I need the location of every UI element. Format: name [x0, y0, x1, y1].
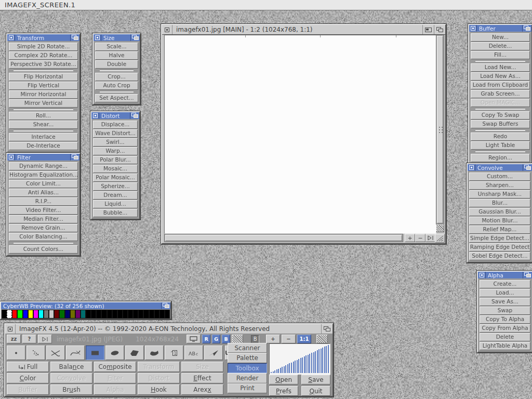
depth-icon[interactable] [70, 34, 79, 41]
panel-button-ramping-edge-detect[interactable]: Ramping Edge Detect [469, 243, 530, 251]
color-swatch-20[interactable] [107, 310, 112, 318]
panel-button-flip-horizontal[interactable]: Flip Horizontal [9, 73, 78, 81]
color-swatch-31[interactable] [165, 310, 170, 318]
tool-curve-button[interactable] [66, 345, 85, 360]
panel-button-auto-crop[interactable]: Auto Crop [95, 82, 138, 90]
panel-button-load[interactable]: Load... [480, 289, 530, 297]
panel-button-blur[interactable]: Blur... [469, 199, 530, 207]
panel-button-region[interactable]: Region... [471, 154, 530, 162]
zoom-gadget-icon[interactable] [422, 25, 434, 34]
page-button-print[interactable]: Print [228, 383, 267, 393]
panel-button-load-new-as[interactable]: Load New As... [471, 72, 530, 81]
depth-icon[interactable] [130, 112, 139, 119]
tool-airbrush-button[interactable] [26, 345, 45, 360]
panel-button-delete[interactable]: Delete [480, 333, 530, 341]
panel-button-load-new[interactable]: Load New... [471, 63, 530, 72]
vertical-scrollbar[interactable] [436, 35, 444, 224]
close-icon[interactable] [5, 324, 16, 334]
grid-button-color[interactable]: Color [7, 373, 49, 383]
tool-line-button[interactable] [46, 345, 65, 360]
tool-move-button[interactable] [204, 345, 223, 360]
alpha-channel-button[interactable] [232, 335, 243, 343]
panel-button-histogram-equalization[interactable]: Histogram Equalization... [9, 171, 78, 179]
panel-button-color-limit[interactable]: Color Limit... [9, 180, 78, 188]
color-swatch-19[interactable] [101, 310, 107, 318]
color-swatch-8[interactable] [44, 310, 49, 318]
panel-button-interlace[interactable]: Interlace [9, 133, 78, 141]
grid-button-filter[interactable]: Filter [94, 373, 136, 383]
panel-button-copy-from-alpha[interactable]: Copy From Alpha [480, 324, 530, 332]
image-window-titlebar[interactable]: imagefx01.jpg [MAIN] - 1:2 (1024x768, 1:… [162, 25, 445, 35]
screen-mode-button[interactable] [187, 335, 201, 343]
zoom-reset-button[interactable]: 1:1 [297, 335, 311, 343]
color-swatch-25[interactable] [133, 310, 138, 318]
close-icon[interactable] [162, 25, 172, 34]
depth-icon[interactable] [434, 25, 445, 34]
panel-button-sharpen[interactable]: Sharpen... [469, 181, 530, 190]
tool-box-button[interactable] [86, 345, 104, 360]
grid-button-arexx[interactable]: Arexx [181, 384, 223, 395]
color-swatch-16[interactable] [86, 310, 91, 318]
color-swatch-23[interactable] [123, 310, 128, 318]
color-swatch-30[interactable] [159, 310, 165, 318]
help-button[interactable]: ? [22, 335, 36, 343]
panel-button-fill[interactable]: Fill... [471, 51, 530, 59]
panel-button-swap[interactable]: Swap [480, 307, 530, 315]
panel-button-load-from-clipboard[interactable]: Load from Clipboard [471, 81, 530, 89]
panel-button-gaussian-blur[interactable]: Gaussian Blur... [469, 208, 530, 216]
red-channel-button[interactable]: R [202, 335, 210, 343]
open-button[interactable]: Open [269, 375, 298, 384]
color-swatch-1[interactable] [7, 310, 12, 318]
page-button-scanner[interactable]: Scanner [228, 343, 267, 353]
zoom-in-button[interactable]: + [405, 234, 415, 242]
tool-text-button[interactable]: ABc [184, 345, 203, 360]
close-icon[interactable] [94, 34, 101, 41]
prompt-button[interactable] [425, 234, 435, 242]
tool-brush-button[interactable]: 1 [165, 345, 183, 360]
panel-button-delete[interactable]: Delete... [471, 42, 530, 50]
depth-icon[interactable] [523, 164, 532, 171]
close-icon[interactable] [7, 34, 15, 41]
gradient-preview[interactable] [269, 343, 330, 375]
panel-button-displace[interactable]: Displace... [93, 121, 138, 129]
color-swatch-9[interactable] [49, 310, 54, 318]
grid-button-distort[interactable]: Distort [138, 373, 180, 383]
resize-handle[interactable] [435, 234, 445, 243]
color-swatch-7[interactable] [38, 310, 44, 318]
panel-button-set-aspect[interactable]: Set Aspect... [95, 94, 138, 102]
color-swatch-3[interactable] [17, 310, 22, 318]
image-canvas[interactable] [164, 35, 436, 234]
green-channel-button[interactable]: G [212, 335, 220, 343]
panel-button-save-as[interactable]: Save As... [480, 298, 530, 306]
close-icon[interactable] [7, 154, 15, 161]
panel-button-shear[interactable]: Shear... [9, 121, 78, 129]
panel-button-wave-distort[interactable]: Wave Distort... [93, 129, 138, 138]
panel-button-remove-grain[interactable]: Remove Grain... [9, 224, 78, 232]
panel-button-median-filter[interactable]: Median Filter... [9, 215, 78, 223]
color-swatch-17[interactable] [91, 310, 96, 318]
color-swatch-2[interactable] [12, 310, 17, 318]
panel-button-redo[interactable]: Redo [471, 132, 530, 141]
panel-button-crop[interactable]: Crop... [95, 73, 138, 81]
prompt-button[interactable] [38, 335, 52, 343]
color-swatch-0[interactable] [2, 310, 7, 318]
tool-oval-button[interactable] [105, 345, 124, 360]
panel-button-de-interlace[interactable]: De-Interlace [9, 142, 78, 150]
panel-button-liquid[interactable]: Liquid... [93, 200, 138, 208]
panel-button-swap-buffers[interactable]: Swap Buffers [471, 120, 530, 128]
color-swatch-18[interactable] [96, 310, 101, 318]
color-swatch-11[interactable] [59, 310, 64, 318]
panel-button-swirl[interactable]: Swirl... [93, 138, 138, 147]
panel-button-video-filter[interactable]: Video Filter... [9, 206, 78, 215]
panel-button-r-i-p[interactable]: R.I.P... [9, 197, 78, 206]
grid-button-hook[interactable]: Hook [138, 384, 180, 395]
panel-button-create[interactable]: Create... [480, 280, 530, 288]
panel-button-warp[interactable]: Warp... [93, 147, 138, 155]
close-icon[interactable] [91, 112, 99, 119]
panel-titlebar[interactable]: Filter [7, 154, 79, 161]
toolbox-titlebar[interactable]: ImageFX 4.5 (12-Apr-20) -- © 1992-2020 A… [5, 324, 332, 334]
panel-button-mosaic[interactable]: Mosaic... [93, 165, 138, 173]
depth-icon[interactable] [161, 302, 170, 309]
color-swatch-28[interactable] [149, 310, 154, 318]
color-swatch-5[interactable] [28, 310, 33, 318]
